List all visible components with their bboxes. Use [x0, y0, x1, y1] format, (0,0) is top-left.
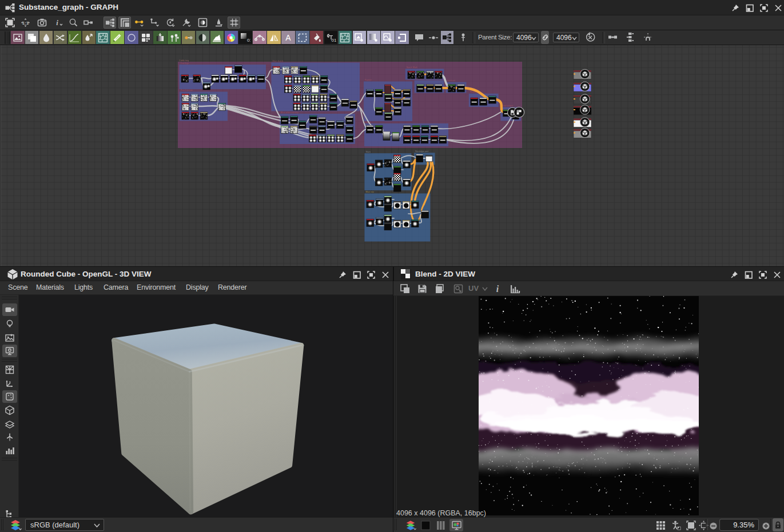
svg-text:A: A	[285, 33, 291, 42]
svg-text:i: i	[496, 284, 499, 294]
svg-text:Contrast: Contrast	[447, 79, 456, 82]
svg-text:Cable tray: Cable tray	[179, 59, 189, 62]
svg-text:01: 01	[247, 38, 250, 43]
svg-text:Blue star: Blue star	[365, 191, 375, 193]
svg-text:Final output: Final output	[502, 105, 514, 107]
svg-text:Spark Math: Spark Math	[407, 66, 417, 69]
svg-text:Pearl texture: Pearl texture	[181, 89, 193, 91]
svg-text:Nostalgia port: Nostalgia port	[415, 150, 429, 153]
svg-text:Blue white overlay: Blue white overlay	[281, 111, 299, 114]
svg-text:Stars: Stars	[365, 151, 371, 153]
svg-text:i: i	[56, 18, 58, 27]
svg-text:Main levels: Main levels	[272, 60, 283, 62]
svg-text:Overlays: Overlays	[181, 62, 189, 65]
svg-text:1:1: 1:1	[22, 21, 29, 26]
svg-text:01: 01	[331, 37, 336, 42]
svg-text:Painter: Painter	[365, 79, 372, 81]
